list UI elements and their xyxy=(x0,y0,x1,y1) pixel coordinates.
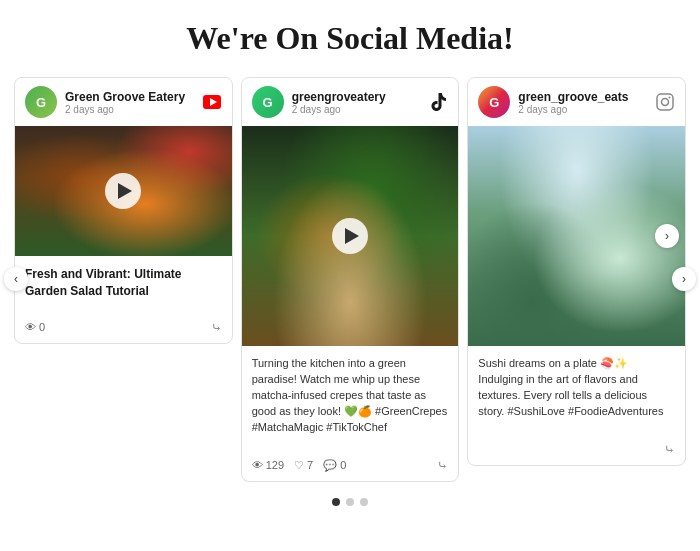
instagram-next-arrow-icon: › xyxy=(665,229,669,243)
tiktok-time-ago: 2 days ago xyxy=(292,104,421,115)
svg-point-3 xyxy=(662,99,669,106)
tiktok-play-triangle-icon xyxy=(345,228,359,244)
tiktok-likes-stat: ♡ 7 xyxy=(294,459,313,472)
dot-2[interactable] xyxy=(346,498,354,506)
dots-container xyxy=(10,498,690,506)
tiktok-comment-icon: 💬 xyxy=(323,459,337,472)
tiktok-comments-stat: 💬 0 xyxy=(323,459,346,472)
instagram-time-ago: 2 days ago xyxy=(518,104,647,115)
tiktok-comment-count: 0 xyxy=(340,459,346,471)
tiktok-thumb xyxy=(242,126,459,346)
instagram-share-icon[interactable]: ⤷ xyxy=(664,442,675,457)
tiktok-eye-icon: 👁 xyxy=(252,459,263,471)
instagram-media: › xyxy=(468,126,685,346)
svg-rect-2 xyxy=(657,94,673,110)
dot-1[interactable] xyxy=(332,498,340,506)
tiktok-caption: Turning the kitchen into a green paradis… xyxy=(252,356,449,436)
next-arrow[interactable]: › xyxy=(672,267,696,291)
youtube-card-title: Fresh and Vibrant: Ultimate Garden Salad… xyxy=(25,266,222,300)
tiktok-card: G greengroveatery 2 days ago xyxy=(241,77,460,482)
youtube-eye-icon: 👁 xyxy=(25,321,36,333)
cards-wrapper: ‹ G Green Groove Eatery 2 days ago xyxy=(10,77,690,482)
prev-arrow-icon: ‹ xyxy=(14,272,18,286)
tiktok-view-count: 129 xyxy=(266,459,284,471)
instagram-thumb-inner xyxy=(468,126,685,346)
tiktok-card-footer: 👁 129 ♡ 7 💬 0 ⤷ xyxy=(242,454,459,481)
next-arrow-icon: › xyxy=(682,272,686,286)
instagram-card-header: G green_groove_eats 2 days ago xyxy=(468,78,685,126)
dot-3[interactable] xyxy=(360,498,368,506)
tiktok-share-icon[interactable]: ⤷ xyxy=(437,458,448,473)
youtube-media[interactable] xyxy=(15,126,232,256)
youtube-thumb xyxy=(15,126,232,256)
instagram-platform-icon xyxy=(655,92,675,112)
youtube-play-btn[interactable] xyxy=(105,173,141,209)
page-container: We're On Social Media! ‹ G Green Groove … xyxy=(0,0,700,526)
instagram-account-name: green_groove_eats xyxy=(518,90,647,104)
youtube-avatar: G xyxy=(25,86,57,118)
youtube-views-stat: 👁 0 xyxy=(25,321,45,333)
tiktok-like-count: 7 xyxy=(307,459,313,471)
youtube-card-header: G Green Groove Eatery 2 days ago xyxy=(15,78,232,126)
instagram-card-body: Sushi dreams on a plate 🍣✨ Indulging in … xyxy=(468,346,685,438)
youtube-card-stats: 👁 0 xyxy=(25,321,45,333)
youtube-avatar-img: G xyxy=(25,86,57,118)
youtube-card-footer: 👁 0 ⤷ xyxy=(15,316,232,343)
youtube-account-name: Green Groove Eatery xyxy=(65,90,194,104)
cards-row: G Green Groove Eatery 2 days ago xyxy=(10,77,690,482)
instagram-header-info: green_groove_eats 2 days ago xyxy=(518,90,647,115)
tiktok-card-body: Turning the kitchen into a green paradis… xyxy=(242,346,459,454)
play-triangle-icon xyxy=(118,183,132,199)
youtube-card-body: Fresh and Vibrant: Ultimate Garden Salad… xyxy=(15,256,232,316)
tiktok-card-header: G greengroveatery 2 days ago xyxy=(242,78,459,126)
youtube-card: G Green Groove Eatery 2 days ago xyxy=(14,77,233,344)
page-title: We're On Social Media! xyxy=(10,20,690,57)
tiktok-platform-icon xyxy=(428,92,448,112)
instagram-avatar: G xyxy=(478,86,510,118)
tiktok-avatar: G xyxy=(252,86,284,118)
tiktok-avatar-img: G xyxy=(252,86,284,118)
tiktok-account-name: greengroveatery xyxy=(292,90,421,104)
youtube-header-info: Green Groove Eatery 2 days ago xyxy=(65,90,194,115)
tiktok-play-btn[interactable] xyxy=(332,218,368,254)
svg-point-4 xyxy=(669,97,671,99)
instagram-next-arrow[interactable]: › xyxy=(655,224,679,248)
tiktok-media[interactable] xyxy=(242,126,459,346)
instagram-avatar-img: G xyxy=(478,86,510,118)
tiktok-card-stats: 👁 129 ♡ 7 💬 0 xyxy=(252,459,347,472)
instagram-thumb xyxy=(468,126,685,346)
youtube-share-icon[interactable]: ⤷ xyxy=(211,320,222,335)
youtube-platform-icon xyxy=(202,92,222,112)
youtube-time-ago: 2 days ago xyxy=(65,104,194,115)
youtube-view-count: 0 xyxy=(39,321,45,333)
instagram-card-footer: ⤷ xyxy=(468,438,685,465)
tiktok-heart-icon: ♡ xyxy=(294,459,304,472)
tiktok-header-info: greengroveatery 2 days ago xyxy=(292,90,421,115)
tiktok-views-stat: 👁 129 xyxy=(252,459,284,471)
prev-arrow[interactable]: ‹ xyxy=(4,267,28,291)
instagram-card: G green_groove_eats 2 days ago xyxy=(467,77,686,466)
instagram-caption: Sushi dreams on a plate 🍣✨ Indulging in … xyxy=(478,356,675,420)
